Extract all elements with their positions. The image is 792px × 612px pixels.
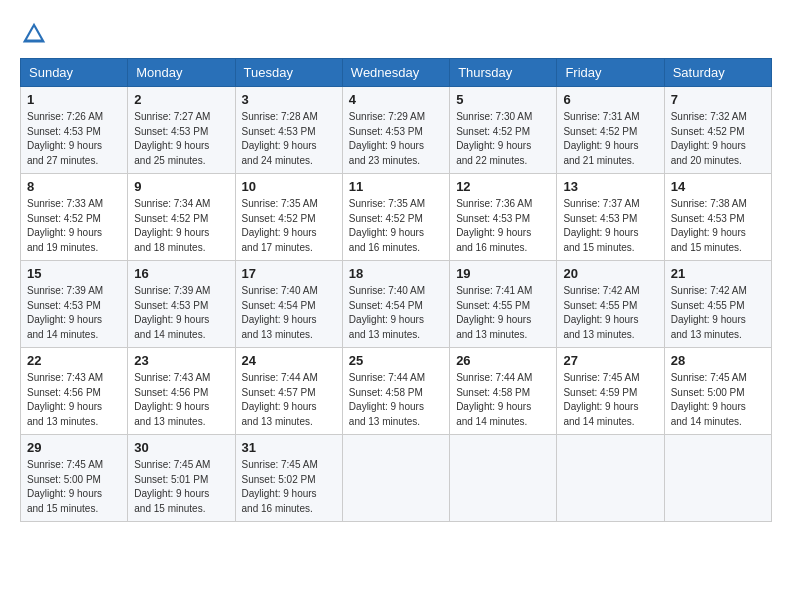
day-number: 18: [349, 266, 443, 281]
calendar-cell: 7Sunrise: 7:32 AMSunset: 4:52 PMDaylight…: [664, 87, 771, 174]
calendar-cell: 8Sunrise: 7:33 AMSunset: 4:52 PMDaylight…: [21, 174, 128, 261]
weekday-header: Tuesday: [235, 59, 342, 87]
day-number: 23: [134, 353, 228, 368]
calendar-header-row: SundayMondayTuesdayWednesdayThursdayFrid…: [21, 59, 772, 87]
day-number: 1: [27, 92, 121, 107]
calendar-cell: 28Sunrise: 7:45 AMSunset: 5:00 PMDayligh…: [664, 348, 771, 435]
calendar-cell: 29Sunrise: 7:45 AMSunset: 5:00 PMDayligh…: [21, 435, 128, 522]
day-number: 15: [27, 266, 121, 281]
day-number: 10: [242, 179, 336, 194]
day-number: 16: [134, 266, 228, 281]
day-info: Sunrise: 7:44 AMSunset: 4:57 PMDaylight:…: [242, 371, 336, 429]
day-info: Sunrise: 7:38 AMSunset: 4:53 PMDaylight:…: [671, 197, 765, 255]
calendar-cell: 31Sunrise: 7:45 AMSunset: 5:02 PMDayligh…: [235, 435, 342, 522]
day-number: 14: [671, 179, 765, 194]
day-number: 24: [242, 353, 336, 368]
day-info: Sunrise: 7:40 AMSunset: 4:54 PMDaylight:…: [242, 284, 336, 342]
calendar-cell: 18Sunrise: 7:40 AMSunset: 4:54 PMDayligh…: [342, 261, 449, 348]
day-info: Sunrise: 7:43 AMSunset: 4:56 PMDaylight:…: [134, 371, 228, 429]
day-info: Sunrise: 7:35 AMSunset: 4:52 PMDaylight:…: [242, 197, 336, 255]
day-number: 5: [456, 92, 550, 107]
day-number: 4: [349, 92, 443, 107]
day-number: 19: [456, 266, 550, 281]
calendar-cell: 26Sunrise: 7:44 AMSunset: 4:58 PMDayligh…: [450, 348, 557, 435]
calendar-cell: 5Sunrise: 7:30 AMSunset: 4:52 PMDaylight…: [450, 87, 557, 174]
day-number: 6: [563, 92, 657, 107]
day-info: Sunrise: 7:43 AMSunset: 4:56 PMDaylight:…: [27, 371, 121, 429]
day-info: Sunrise: 7:39 AMSunset: 4:53 PMDaylight:…: [27, 284, 121, 342]
day-info: Sunrise: 7:33 AMSunset: 4:52 PMDaylight:…: [27, 197, 121, 255]
calendar-cell: [664, 435, 771, 522]
day-number: 27: [563, 353, 657, 368]
day-number: 12: [456, 179, 550, 194]
logo: [20, 20, 52, 48]
day-number: 26: [456, 353, 550, 368]
calendar-cell: [450, 435, 557, 522]
day-info: Sunrise: 7:41 AMSunset: 4:55 PMDaylight:…: [456, 284, 550, 342]
day-number: 30: [134, 440, 228, 455]
day-number: 17: [242, 266, 336, 281]
calendar-week-row: 22Sunrise: 7:43 AMSunset: 4:56 PMDayligh…: [21, 348, 772, 435]
day-info: Sunrise: 7:34 AMSunset: 4:52 PMDaylight:…: [134, 197, 228, 255]
day-info: Sunrise: 7:35 AMSunset: 4:52 PMDaylight:…: [349, 197, 443, 255]
day-info: Sunrise: 7:44 AMSunset: 4:58 PMDaylight:…: [349, 371, 443, 429]
day-number: 2: [134, 92, 228, 107]
day-number: 13: [563, 179, 657, 194]
calendar-week-row: 29Sunrise: 7:45 AMSunset: 5:00 PMDayligh…: [21, 435, 772, 522]
weekday-header: Thursday: [450, 59, 557, 87]
day-info: Sunrise: 7:45 AMSunset: 5:00 PMDaylight:…: [671, 371, 765, 429]
calendar-cell: 22Sunrise: 7:43 AMSunset: 4:56 PMDayligh…: [21, 348, 128, 435]
day-info: Sunrise: 7:40 AMSunset: 4:54 PMDaylight:…: [349, 284, 443, 342]
calendar-week-row: 1Sunrise: 7:26 AMSunset: 4:53 PMDaylight…: [21, 87, 772, 174]
calendar-cell: 19Sunrise: 7:41 AMSunset: 4:55 PMDayligh…: [450, 261, 557, 348]
calendar-cell: 16Sunrise: 7:39 AMSunset: 4:53 PMDayligh…: [128, 261, 235, 348]
calendar-cell: 14Sunrise: 7:38 AMSunset: 4:53 PMDayligh…: [664, 174, 771, 261]
calendar-cell: 20Sunrise: 7:42 AMSunset: 4:55 PMDayligh…: [557, 261, 664, 348]
weekday-header: Wednesday: [342, 59, 449, 87]
calendar-cell: 12Sunrise: 7:36 AMSunset: 4:53 PMDayligh…: [450, 174, 557, 261]
day-info: Sunrise: 7:45 AMSunset: 4:59 PMDaylight:…: [563, 371, 657, 429]
day-info: Sunrise: 7:39 AMSunset: 4:53 PMDaylight:…: [134, 284, 228, 342]
day-info: Sunrise: 7:44 AMSunset: 4:58 PMDaylight:…: [456, 371, 550, 429]
day-info: Sunrise: 7:26 AMSunset: 4:53 PMDaylight:…: [27, 110, 121, 168]
day-info: Sunrise: 7:28 AMSunset: 4:53 PMDaylight:…: [242, 110, 336, 168]
day-info: Sunrise: 7:31 AMSunset: 4:52 PMDaylight:…: [563, 110, 657, 168]
day-number: 8: [27, 179, 121, 194]
day-number: 11: [349, 179, 443, 194]
day-info: Sunrise: 7:45 AMSunset: 5:02 PMDaylight:…: [242, 458, 336, 516]
day-number: 20: [563, 266, 657, 281]
day-number: 28: [671, 353, 765, 368]
calendar-cell: 3Sunrise: 7:28 AMSunset: 4:53 PMDaylight…: [235, 87, 342, 174]
weekday-header: Friday: [557, 59, 664, 87]
calendar-cell: 11Sunrise: 7:35 AMSunset: 4:52 PMDayligh…: [342, 174, 449, 261]
calendar-table: SundayMondayTuesdayWednesdayThursdayFrid…: [20, 58, 772, 522]
logo-icon: [20, 20, 48, 48]
day-number: 3: [242, 92, 336, 107]
day-number: 25: [349, 353, 443, 368]
calendar-cell: 4Sunrise: 7:29 AMSunset: 4:53 PMDaylight…: [342, 87, 449, 174]
calendar-cell: [342, 435, 449, 522]
calendar-cell: 30Sunrise: 7:45 AMSunset: 5:01 PMDayligh…: [128, 435, 235, 522]
weekday-header: Sunday: [21, 59, 128, 87]
day-info: Sunrise: 7:27 AMSunset: 4:53 PMDaylight:…: [134, 110, 228, 168]
day-info: Sunrise: 7:30 AMSunset: 4:52 PMDaylight:…: [456, 110, 550, 168]
day-info: Sunrise: 7:42 AMSunset: 4:55 PMDaylight:…: [563, 284, 657, 342]
calendar-cell: 27Sunrise: 7:45 AMSunset: 4:59 PMDayligh…: [557, 348, 664, 435]
page-header: [20, 20, 772, 48]
day-number: 29: [27, 440, 121, 455]
weekday-header: Saturday: [664, 59, 771, 87]
day-number: 31: [242, 440, 336, 455]
calendar-cell: [557, 435, 664, 522]
weekday-header: Monday: [128, 59, 235, 87]
calendar-week-row: 15Sunrise: 7:39 AMSunset: 4:53 PMDayligh…: [21, 261, 772, 348]
calendar-cell: 25Sunrise: 7:44 AMSunset: 4:58 PMDayligh…: [342, 348, 449, 435]
day-info: Sunrise: 7:36 AMSunset: 4:53 PMDaylight:…: [456, 197, 550, 255]
calendar-cell: 10Sunrise: 7:35 AMSunset: 4:52 PMDayligh…: [235, 174, 342, 261]
day-number: 21: [671, 266, 765, 281]
calendar-cell: 2Sunrise: 7:27 AMSunset: 4:53 PMDaylight…: [128, 87, 235, 174]
calendar-cell: 23Sunrise: 7:43 AMSunset: 4:56 PMDayligh…: [128, 348, 235, 435]
day-number: 9: [134, 179, 228, 194]
calendar-cell: 1Sunrise: 7:26 AMSunset: 4:53 PMDaylight…: [21, 87, 128, 174]
calendar-cell: 13Sunrise: 7:37 AMSunset: 4:53 PMDayligh…: [557, 174, 664, 261]
day-info: Sunrise: 7:37 AMSunset: 4:53 PMDaylight:…: [563, 197, 657, 255]
